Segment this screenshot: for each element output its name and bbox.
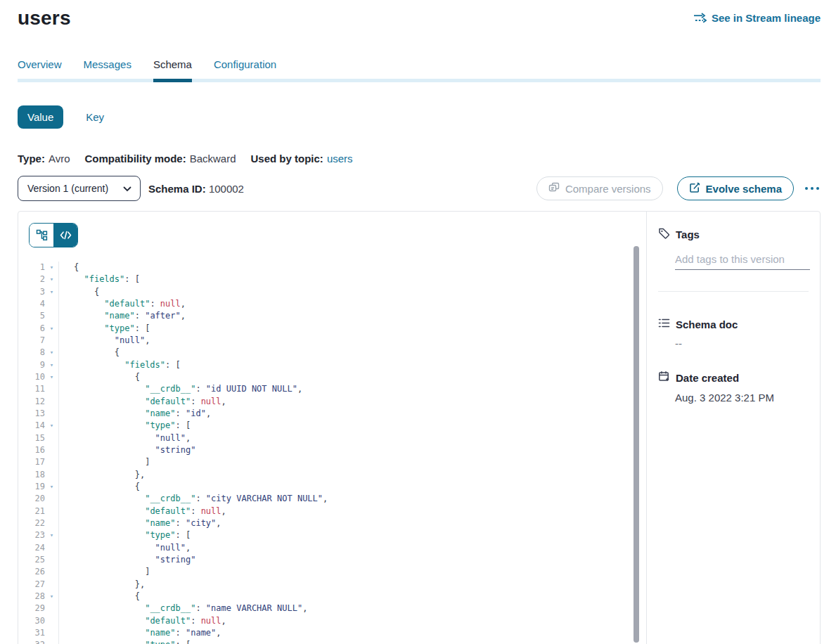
compare-versions-icon: [548, 182, 560, 195]
tags-section: Tags: [658, 227, 809, 270]
tab-overview[interactable]: Overview: [18, 58, 62, 79]
line-number: 22: [18, 517, 45, 529]
editor-scrollbar[interactable]: [634, 246, 639, 643]
code-line: 21 "default": null,: [18, 505, 646, 517]
code-line: 5 "name": "after",: [18, 310, 646, 322]
fold-toggle-icon[interactable]: ▾: [45, 286, 58, 298]
code-text: "fields": [: [59, 273, 140, 285]
fold-toggle-icon[interactable]: ▾: [45, 420, 58, 432]
code-text: {: [59, 262, 79, 273]
line-number: 21: [18, 505, 45, 517]
topic-link[interactable]: users: [327, 153, 353, 165]
code-text: {: [59, 286, 99, 298]
code-text: "default": null,: [59, 298, 186, 310]
line-number: 3: [18, 286, 45, 298]
fold-spacer: [45, 310, 58, 322]
code-view-button[interactable]: [53, 224, 77, 247]
schema-doc-title: Schema doc: [676, 318, 738, 330]
value-toggle-button[interactable]: Value: [18, 105, 63, 129]
code-text: },: [59, 579, 145, 591]
code-line: 2▾ "fields": [: [18, 273, 646, 285]
code-text: ]: [59, 566, 150, 578]
code-line: 7 "null",: [18, 335, 646, 347]
line-number: 18: [18, 469, 45, 481]
fold-toggle-icon[interactable]: ▾: [45, 591, 58, 603]
code-line: 27 },: [18, 579, 646, 591]
code-line: 30 "default": null,: [18, 615, 646, 627]
line-number: 29: [18, 603, 45, 614]
fold-spacer: [45, 554, 58, 566]
code-text: "fields": [: [59, 359, 181, 371]
fold-toggle-icon[interactable]: ▾: [45, 323, 58, 335]
used-by-topic-label: Used by topic:: [251, 153, 323, 165]
version-toolbar: Version 1 (current) Schema ID: 100002 Co…: [18, 176, 821, 201]
line-number: 9: [18, 359, 45, 371]
line-number: 30: [18, 615, 45, 627]
line-number: 13: [18, 408, 45, 420]
code-text: "__crdb__": "id UUID NOT NULL",: [59, 383, 302, 395]
code-line: 3▾ {: [18, 286, 646, 298]
value-key-toggle: Value Key: [18, 105, 821, 129]
code-text: ]: [59, 456, 150, 468]
fold-spacer: [45, 505, 58, 517]
key-toggle-button[interactable]: Key: [86, 111, 104, 123]
code-text: "default": null,: [59, 396, 226, 408]
code-line: 4 "default": null,: [18, 298, 646, 310]
fold-toggle-icon[interactable]: ▾: [45, 262, 58, 273]
add-tags-input[interactable]: [675, 253, 810, 270]
line-number: 7: [18, 335, 45, 347]
code-line: 15 "null",: [18, 432, 646, 444]
evolve-schema-button[interactable]: Evolve schema: [677, 176, 794, 200]
code-text: {: [59, 371, 140, 383]
schema-meta-row: Type: Avro Compatibility mode: Backward …: [18, 153, 821, 165]
stream-lineage-label: See in Stream lineage: [712, 12, 821, 24]
code-text: {: [59, 591, 140, 603]
tree-view-button[interactable]: [30, 224, 53, 247]
code-text: "type": [: [59, 420, 191, 432]
code-text: "name": "name",: [59, 627, 221, 639]
more-options-button[interactable]: [804, 183, 821, 194]
code-line: 18 },: [18, 469, 646, 481]
schema-sidebar: Tags Schema doc --: [646, 212, 820, 644]
line-number: 27: [18, 579, 45, 591]
sidebar-divider: [658, 291, 809, 292]
tab-messages[interactable]: Messages: [84, 58, 131, 79]
compatibility-label: Compatibility mode:: [84, 153, 186, 165]
fold-toggle-icon[interactable]: ▾: [45, 273, 58, 285]
version-select[interactable]: Version 1 (current): [18, 176, 141, 201]
code-line: 11 "__crdb__": "id UUID NOT NULL",: [18, 383, 646, 395]
line-number: 26: [18, 566, 45, 578]
code-text: "default": null,: [59, 505, 226, 517]
doc-list-icon: [658, 318, 670, 330]
fold-toggle-icon[interactable]: ▾: [45, 347, 58, 359]
tab-configuration[interactable]: Configuration: [214, 58, 276, 79]
compare-versions-button[interactable]: Compare versions: [536, 176, 663, 200]
tag-icon: [658, 227, 670, 241]
code-line: 24 "null",: [18, 542, 646, 554]
line-number: 5: [18, 310, 45, 322]
fold-toggle-icon[interactable]: ▾: [45, 481, 58, 493]
code-line: 22 "name": "city",: [18, 517, 646, 529]
fold-toggle-icon[interactable]: ▾: [45, 639, 58, 644]
code-line: 25 "string": [18, 554, 646, 566]
version-select-value: Version 1 (current): [27, 183, 108, 194]
code-line: 26 ]: [18, 566, 646, 578]
compatibility-value: Backward: [190, 153, 236, 165]
fold-toggle-icon[interactable]: ▾: [45, 359, 58, 371]
page-header: users See in Stream lineage: [18, 7, 821, 30]
line-number: 6: [18, 323, 45, 335]
compare-versions-label: Compare versions: [565, 183, 651, 195]
fold-spacer: [45, 444, 58, 456]
fold-toggle-icon[interactable]: ▾: [45, 529, 58, 541]
calendar-plus-icon: [658, 371, 670, 385]
fold-toggle-icon[interactable]: ▾: [45, 371, 58, 383]
line-number: 1: [18, 262, 45, 273]
code-line: 29 "__crdb__": "name VARCHAR NULL",: [18, 603, 646, 614]
code-text: "type": [: [59, 323, 150, 335]
tab-bar: Overview Messages Schema Configuration: [18, 58, 821, 82]
code-line: 32▾ "type": [: [18, 639, 646, 644]
stream-lineage-link[interactable]: See in Stream lineage: [693, 12, 821, 24]
fold-spacer: [45, 456, 58, 468]
line-number: 2: [18, 273, 45, 285]
tab-schema[interactable]: Schema: [153, 58, 192, 79]
